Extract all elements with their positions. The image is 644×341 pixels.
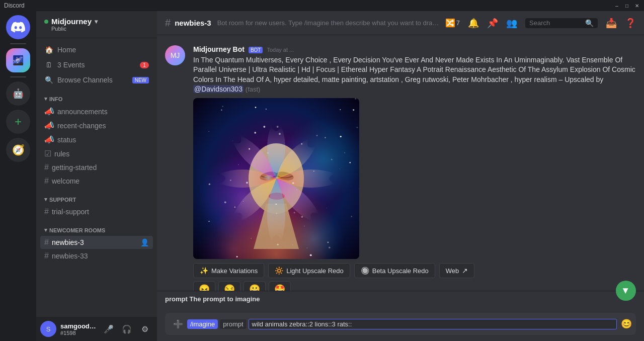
channel-description: Bot room for new users. Type /imagine th… bbox=[217, 19, 439, 27]
search-icon: 🔍 bbox=[585, 19, 594, 27]
make-variations-button[interactable]: ✨ Make Variations bbox=[193, 263, 264, 278]
prompt-label: prompt The prompt to imagine bbox=[165, 295, 636, 303]
server-divider-2 bbox=[10, 76, 26, 77]
home-icon: 🏠 bbox=[44, 45, 53, 54]
sidebar-item-home[interactable]: 🏠 Home bbox=[40, 42, 153, 57]
sidebar-item-browse[interactable]: 🔍 Browse Channels NEW bbox=[40, 72, 153, 88]
section-info[interactable]: ▾ INFO bbox=[40, 88, 153, 104]
external-link-icon: ↗ bbox=[462, 267, 468, 275]
hash-icon-4: # bbox=[44, 177, 49, 186]
light-upscale-icon: 🔆 bbox=[275, 267, 283, 275]
channel-announcements[interactable]: 📣 announcements bbox=[40, 105, 153, 118]
channel-header: # newbies-3 Bot room for new users. Type… bbox=[157, 11, 644, 35]
channel-status[interactable]: 📣 status bbox=[40, 133, 153, 146]
channel-header-name: # newbies-3 bbox=[165, 17, 211, 29]
mention-tag[interactable]: @Davidson303 bbox=[193, 85, 244, 93]
section-collapse-icon-3: ▾ bbox=[44, 227, 47, 233]
channel-trial-support[interactable]: # trial-support bbox=[40, 205, 153, 218]
user-avatar: S bbox=[40, 321, 56, 337]
add-server-button[interactable]: + bbox=[6, 110, 30, 134]
attachment-icon[interactable]: ➕ bbox=[173, 319, 183, 329]
message-header: Midjourney Bot BOT Today at ... bbox=[193, 45, 636, 53]
inbox-icon[interactable]: 📥 bbox=[606, 18, 617, 29]
thread-icon[interactable]: 🔀 7 bbox=[445, 18, 460, 28]
mute-button[interactable]: 🎤 bbox=[101, 321, 117, 337]
message-input-area: ➕ /imagine prompt wild animals zebra::2 … bbox=[157, 309, 644, 341]
beta-upscale-icon: 🔘 bbox=[361, 267, 369, 275]
sparkles-icon: ✨ bbox=[200, 267, 208, 275]
discord-home-icon[interactable] bbox=[6, 15, 30, 39]
reaction-4[interactable]: 🤩 bbox=[269, 281, 291, 291]
settings-button[interactable]: ⚙ bbox=[137, 321, 153, 337]
prompt-label-input: prompt bbox=[220, 319, 246, 329]
section-support[interactable]: ▾ SUPPORT bbox=[40, 188, 153, 205]
user-discriminator: #1598 bbox=[60, 330, 97, 336]
server-rail: 🌌 🤖 + 🧭 bbox=[0, 11, 36, 341]
deafen-button[interactable]: 🎧 bbox=[119, 321, 135, 337]
input-value[interactable]: wild animals zebra::2 lions::3 rats:: bbox=[249, 319, 617, 329]
light-upscale-redo-button[interactable]: 🔆 Light Upscale Redo bbox=[268, 263, 350, 278]
channel-getting-started[interactable]: # getting-started bbox=[40, 161, 153, 174]
browse-label: Browse Channels bbox=[57, 76, 113, 84]
reaction-2[interactable]: 😒 bbox=[218, 281, 240, 291]
member-list-icon[interactable]: 👥 bbox=[506, 18, 517, 29]
maximize-button[interactable]: □ bbox=[624, 3, 630, 9]
imagine-command-label: /imagine bbox=[187, 319, 218, 329]
prompt-section: prompt The prompt to imagine bbox=[157, 291, 644, 309]
channel-label: welcome bbox=[52, 177, 79, 185]
channel-label: newbies-33 bbox=[52, 252, 88, 260]
events-icon: 🗓 bbox=[44, 60, 53, 69]
beta-upscale-redo-button[interactable]: 🔘 Beta Upscale Redo bbox=[354, 263, 435, 278]
server-status: Public bbox=[51, 26, 98, 32]
close-button[interactable]: ✕ bbox=[634, 3, 640, 9]
app-title: Discord bbox=[4, 2, 25, 9]
message-content: In The Quantum Multiverses, Every Choice… bbox=[193, 55, 636, 94]
channel-label: announcements bbox=[57, 108, 108, 116]
sidebar-nav: 🏠 Home 🗓 3 Events 1 🔍 Browse Channels NE… bbox=[36, 38, 157, 317]
server-icon-midjourney[interactable]: 🌌 bbox=[6, 48, 30, 72]
section-newcomer[interactable]: ▾ NEWCOMER ROOMS bbox=[40, 219, 153, 235]
hash-icon-5: # bbox=[44, 207, 49, 216]
help-icon[interactable]: ❓ bbox=[625, 18, 636, 29]
bot-username: Midjourney Bot bbox=[193, 45, 245, 53]
message-input-box[interactable]: ➕ /imagine prompt wild animals zebra::2 … bbox=[165, 313, 636, 335]
server-name: Midjourney ▾ bbox=[44, 17, 98, 26]
pin-icon[interactable]: 📌 bbox=[487, 18, 498, 29]
channel-newbies-3[interactable]: # newbies-3 👤 bbox=[40, 236, 153, 249]
channel-newbies-33[interactable]: # newbies-33 bbox=[40, 249, 153, 263]
channel-label: getting-started bbox=[52, 163, 97, 172]
scroll-to-bottom-button[interactable]: ◄ bbox=[616, 281, 636, 301]
section-collapse-icon-2: ▾ bbox=[44, 196, 47, 203]
sidebar: Midjourney ▾ Public 🏠 Home 🗓 3 Events 1 … bbox=[36, 11, 157, 341]
hash-icon-3: # bbox=[44, 163, 49, 172]
image-placeholder bbox=[193, 98, 359, 259]
action-buttons: ✨ Make Variations 🔆 Light Upscale Redo 🔘… bbox=[193, 263, 636, 278]
explore-servers-button[interactable]: 🧭 bbox=[6, 138, 30, 162]
thread-count: 7 bbox=[456, 19, 460, 27]
sidebar-server-header[interactable]: Midjourney ▾ Public bbox=[36, 11, 157, 38]
titlebar-left: Discord bbox=[4, 2, 25, 9]
server-icon-bot[interactable]: 🤖 bbox=[6, 81, 30, 106]
sidebar-footer: S samgoodw... #1598 🎤 🎧 ⚙ bbox=[36, 317, 157, 341]
hash-icon-header: # bbox=[165, 17, 171, 29]
reaction-1[interactable]: 😖 bbox=[193, 281, 215, 291]
chevron-down-icon: ▾ bbox=[95, 18, 98, 25]
sidebar-item-events[interactable]: 🗓 3 Events 1 bbox=[40, 57, 153, 72]
events-label: 3 Events bbox=[57, 61, 85, 69]
hash-icon-6: # bbox=[44, 238, 49, 247]
channel-welcome[interactable]: # welcome bbox=[40, 175, 153, 188]
channel-recent-changes[interactable]: 📣 recent-changes bbox=[40, 119, 153, 132]
channel-rules[interactable]: ☑ rules bbox=[40, 147, 153, 160]
web-button[interactable]: Web ↗ bbox=[439, 263, 475, 278]
server-divider bbox=[10, 43, 26, 44]
browse-badge: NEW bbox=[132, 77, 149, 83]
notification-bell-icon[interactable]: 🔔 bbox=[468, 18, 479, 29]
search-box[interactable]: 🔍 bbox=[525, 18, 598, 28]
minimize-button[interactable]: – bbox=[614, 3, 620, 9]
search-input[interactable] bbox=[529, 19, 582, 27]
channel-label: newbies-3 bbox=[52, 238, 84, 246]
emoji-picker-icon[interactable]: 😊 bbox=[621, 318, 632, 329]
channel-label: rules bbox=[54, 150, 69, 158]
titlebar-controls[interactable]: – □ ✕ bbox=[614, 3, 640, 9]
reaction-3[interactable]: 😀 bbox=[244, 281, 266, 291]
